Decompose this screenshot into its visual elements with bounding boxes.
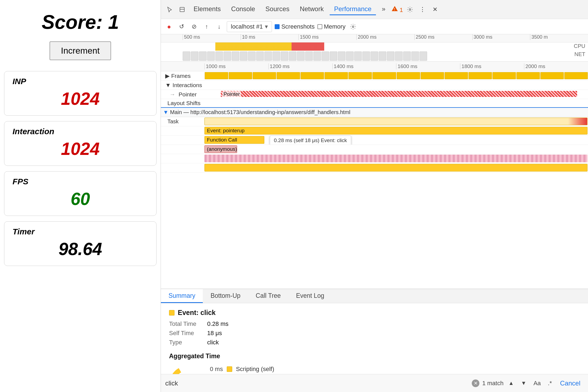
pink-bar-row[interactable] <box>161 154 588 163</box>
interactions-expand-icon[interactable]: ▼ <box>165 82 171 88</box>
screenshot-thumb <box>289 51 296 61</box>
function-call-row[interactable]: Function Call 0.28 ms (self 18 μs) Event… <box>161 136 588 145</box>
anonymous-text: (anonymous) <box>207 146 237 152</box>
pointer-row[interactable]: → Pointer Pointer <box>161 90 588 99</box>
screenshots-checkbox-row: Screenshots <box>275 23 314 30</box>
tab-summary[interactable]: Summary <box>161 289 203 303</box>
tab-event-log[interactable]: Event Log <box>288 289 332 303</box>
match-case-button[interactable]: Aa <box>531 379 543 388</box>
function-call-content[interactable]: Function Call 0.28 ms (self 18 μs) Event… <box>204 136 588 145</box>
task-bar[interactable] <box>204 118 587 125</box>
scripting-self-color <box>227 366 232 372</box>
search-input[interactable] <box>165 379 469 387</box>
dropdown-icon[interactable]: ▾ <box>265 23 268 30</box>
screenshot-thumb <box>232 51 239 61</box>
interaction-value: 1024 <box>13 139 148 159</box>
event-pointerup-row[interactable]: Event: pointerup <box>161 126 588 136</box>
inp-value: 1024 <box>13 89 148 109</box>
tab-more[interactable]: » <box>378 4 390 15</box>
mini-timeline[interactable]: 500 ms 10 ms 1500 ms 2000 ms 2500 ms 300… <box>161 34 588 62</box>
record-button[interactable]: ● <box>164 22 174 32</box>
tab-sources[interactable]: Sources <box>261 4 294 15</box>
pink-bar-content[interactable] <box>204 154 588 163</box>
tab-performance[interactable]: Performance <box>330 4 376 15</box>
memory-checkbox[interactable] <box>317 24 322 29</box>
legend-area: 0 ms Scripting (self) 0 ms Scripting (ch… <box>210 366 286 374</box>
yellow-bar-content[interactable] <box>204 163 588 172</box>
function-call-bar[interactable]: Function Call <box>204 136 264 144</box>
clear-button[interactable]: ⊘ <box>189 22 199 32</box>
dock-icon[interactable] <box>177 4 188 15</box>
pointer-content[interactable]: Pointer <box>204 90 588 99</box>
pointer-label-text: Pointer <box>179 91 197 98</box>
agg-val-0: 0 ms <box>210 366 223 373</box>
frames-label-text: Frames <box>171 73 191 79</box>
search-clear-button[interactable]: ✕ <box>472 379 479 387</box>
screenshot-thumb <box>362 51 370 61</box>
screenshot-strip <box>183 51 588 61</box>
reload-record-button[interactable]: ↺ <box>177 22 186 32</box>
settings-icon[interactable] <box>405 4 415 15</box>
search-cancel-button[interactable]: Cancel <box>557 378 584 388</box>
yellow-bar[interactable] <box>204 164 587 171</box>
frame-block <box>348 72 372 79</box>
screenshot-thumb <box>370 51 378 61</box>
timer-label: Timer <box>13 227 148 236</box>
pointer-bar[interactable] <box>221 91 577 97</box>
pointer-bar-label: Pointer <box>222 91 241 97</box>
upload-profile-button[interactable]: ↑ <box>202 22 212 32</box>
search-next-button[interactable]: ▼ <box>519 378 529 388</box>
record-settings-icon[interactable] <box>348 22 358 32</box>
tab-call-tree[interactable]: Call Tree <box>248 289 288 303</box>
tick-0: 1000 ms <box>204 63 268 69</box>
yellow-bar-row[interactable] <box>161 163 588 173</box>
tab-elements[interactable]: Elements <box>189 4 225 15</box>
cursor-icon[interactable] <box>164 4 175 15</box>
interactions-label[interactable]: ▼ Interactions <box>161 82 204 88</box>
task-label: Task <box>161 118 204 125</box>
event-pointerup-content[interactable]: Event: pointerup <box>204 126 588 135</box>
tab-console[interactable]: Console <box>227 4 259 15</box>
svg-rect-0 <box>180 7 184 12</box>
interactions-row[interactable]: ▼ Interactions <box>161 81 588 90</box>
frame-block <box>564 72 588 79</box>
anonymous-content[interactable]: (anonymous) <box>204 145 588 154</box>
frames-row[interactable]: ▶ Frames <box>161 71 588 81</box>
screenshot-thumb <box>338 51 345 61</box>
tab-network[interactable]: Network <box>295 4 328 15</box>
anonymous-row[interactable]: (anonymous) <box>161 145 588 154</box>
screenshot-thumb <box>240 51 247 61</box>
scripting-self-label: Scripting (self) <box>236 366 274 373</box>
task-row[interactable]: Task <box>161 117 588 126</box>
main-timeline[interactable]: 1000 ms 1200 ms 1400 ms 1600 ms 1800 ms … <box>161 62 588 289</box>
anonymous-bar[interactable]: (anonymous) <box>204 145 237 153</box>
mini-tick-4: 2500 ms <box>414 34 472 40</box>
more-options-icon[interactable]: ⋮ <box>417 4 428 15</box>
screenshots-checkbox[interactable] <box>275 24 280 29</box>
interaction-label: Interaction <box>13 127 148 136</box>
main-expand-icon[interactable]: ▼ <box>163 109 169 115</box>
regex-button[interactable]: .* <box>546 379 554 388</box>
close-icon[interactable]: ✕ <box>430 4 440 15</box>
type-row: Type click <box>169 339 580 346</box>
tooltip-text: 0.28 ms (self 18 μs) Event: click <box>274 137 347 143</box>
left-panel: Score: 1 Increment INP 1024 Interaction … <box>0 0 161 392</box>
devtools-toolbar2: ● ↺ ⊘ ↑ ↓ localhost #1 ▾ Screenshots Mem… <box>161 19 588 34</box>
frames-label[interactable]: ▶ Frames <box>161 73 204 79</box>
pink-bar[interactable] <box>204 155 587 162</box>
task-content[interactable] <box>204 117 588 126</box>
increment-button[interactable]: Increment <box>50 41 111 60</box>
donut-area: 0 ms Scripting (self) 0 ms Scripting (ch… <box>169 365 580 374</box>
main-thread-header[interactable]: ▼ Main — http://localhost:5173/understan… <box>161 108 588 117</box>
score-display: Score: 1 <box>42 11 119 33</box>
download-profile-button[interactable]: ↓ <box>214 22 224 32</box>
frames-expand-icon[interactable]: ▶ <box>165 73 170 79</box>
timeline-ruler: 1000 ms 1200 ms 1400 ms 1600 ms 1800 ms … <box>161 62 588 71</box>
screenshot-thumb <box>215 51 223 61</box>
search-prev-button[interactable]: ▲ <box>506 378 516 388</box>
screenshot-thumb <box>281 51 288 61</box>
match-count: 1 match <box>482 380 503 387</box>
event-pointerup-bar[interactable]: Event: pointerup <box>204 127 587 134</box>
screenshot-thumb <box>354 51 362 61</box>
tab-bottom-up[interactable]: Bottom-Up <box>203 289 248 303</box>
